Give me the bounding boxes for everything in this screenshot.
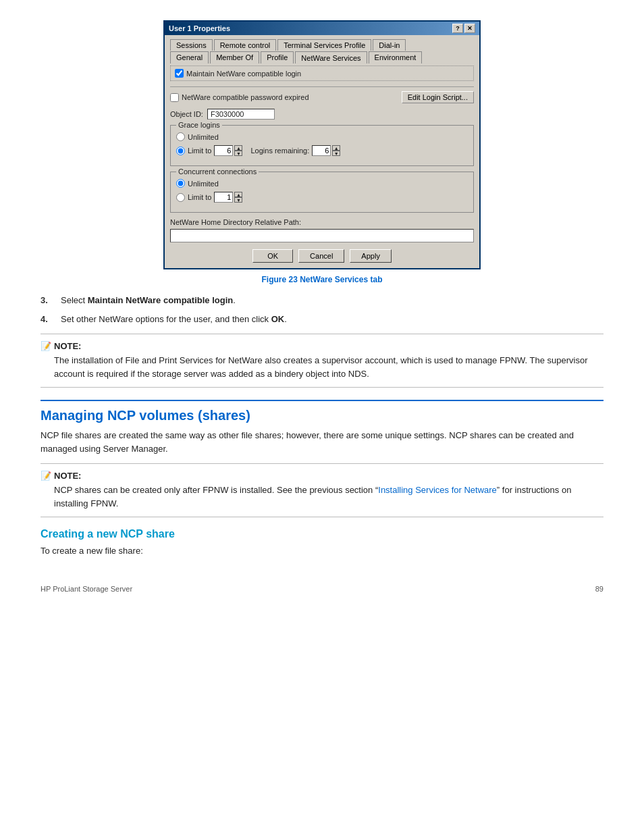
concurrent-limit-spinner: ▲ ▼ [214,192,242,203]
note-2-text: NCP shares can be created only after FPN… [41,484,603,510]
concurrent-limit-input[interactable] [214,192,233,203]
page-footer: HP ProLiant Storage Server 89 [41,585,603,593]
note-2-header: 📝 NOTE: [41,471,603,481]
tab-row-2: General Member Of Profile NetWare Servic… [170,51,474,63]
step-3-text: Select Maintain NetWare compatible login… [61,294,236,307]
grace-logins-group: Grace logins Unlimited Limit to ▲ ▼ [170,125,474,166]
logins-remaining-spinner: ▲ ▼ [312,145,340,156]
page-container: User 1 Properties ? ✕ Sessions Remote co… [0,0,644,613]
dialog-title: User 1 Properties [169,24,230,32]
concurrent-connections-title: Concurrent connections [176,167,259,176]
grace-limit-radio[interactable] [176,147,185,155]
section-heading-sub: Creating a new NCP share [41,528,603,540]
ok-button[interactable]: OK [252,249,293,263]
password-expired-label: NetWare compatible password expired [182,93,309,101]
object-id-row: Object ID: F3030000 [170,109,474,120]
tab-terminal-services-profile[interactable]: Terminal Services Profile [277,39,371,51]
tab-profile[interactable]: Profile [261,51,294,63]
dialog-buttons: OK Cancel Apply [170,249,474,263]
netware-home-dir-input[interactable] [170,229,474,242]
dialog-window: User 1 Properties ? ✕ Sessions Remote co… [163,20,481,269]
concurrent-limit-label: Limit to [188,193,211,201]
help-button[interactable]: ? [452,24,463,33]
section-main-body: NCP file shares are created the same way… [41,429,603,455]
dialog-titlebar: User 1 Properties ? ✕ [165,22,479,35]
concurrent-limit-down-arrow[interactable]: ▼ [234,197,242,203]
tabs-container: Sessions Remote control Terminal Service… [170,39,474,63]
concurrent-limit-arrows: ▲ ▼ [234,192,242,203]
logins-remaining-arrows: ▲ ▼ [332,145,340,156]
tab-netware-services[interactable]: NetWare Services [295,51,367,63]
step-3-number: 3. [41,294,61,307]
grace-limit-row: Limit to ▲ ▼ Logins remaining: [176,145,468,156]
concurrent-limit-radio[interactable] [176,193,185,202]
logins-remaining-up-arrow[interactable]: ▲ [332,145,340,151]
object-id-label: Object ID: [170,110,203,118]
concurrent-unlimited-label: Unlimited [188,180,219,188]
grace-unlimited-label: Unlimited [188,133,219,141]
step-4-number: 4. [41,313,61,326]
edit-login-script-button[interactable]: Edit Login Script... [402,91,474,103]
maintain-netware-checkbox[interactable] [175,69,184,78]
tab-member-of[interactable]: Member Of [210,51,259,63]
dialog-content: Sessions Remote control Terminal Service… [165,35,479,268]
netware-home-dir-label: NetWare Home Directory Relative Path: [170,218,474,226]
grace-limit-down-arrow[interactable]: ▼ [234,151,242,156]
note-icon-2: 📝 [41,471,51,481]
note-2-text-before: NCP shares can be created only after FPN… [54,485,378,495]
grace-limit-input[interactable] [214,145,233,156]
tab-row-1: Sessions Remote control Terminal Service… [170,39,474,50]
dialog-wrapper: User 1 Properties ? ✕ Sessions Remote co… [41,20,603,269]
step-3-bold: Maintain NetWare compatible login [88,295,233,305]
password-expired-checkbox[interactable] [170,93,179,102]
note-1-label: NOTE: [54,341,81,351]
grace-unlimited-row: Unlimited [176,132,468,141]
separator-1 [170,86,474,87]
object-id-field: F3030000 [207,109,275,120]
tab-environment[interactable]: Environment [369,51,423,63]
maintain-netware-row: Maintain NetWare compatible login [170,66,474,81]
close-button[interactable]: ✕ [464,24,475,33]
footer-brand: HP ProLiant Storage Server [41,585,132,593]
grace-limit-arrows: ▲ ▼ [234,145,242,156]
concurrent-connections-group: Concurrent connections Unlimited Limit t… [170,172,474,213]
note-icon-1: 📝 [41,341,51,351]
tab-remote-control[interactable]: Remote control [214,39,277,51]
step-4-text: Set other NetWare options for the user, … [61,313,287,326]
logins-remaining-label: Logins remaining: [250,147,309,155]
footer-page: 89 [595,585,603,593]
section-heading-main: Managing NCP volumes (shares) [41,400,603,423]
tab-sessions[interactable]: Sessions [170,39,213,51]
note-2-link[interactable]: Installing Services for Netware [378,485,497,495]
tab-general[interactable]: General [170,51,209,63]
step-4-bold: OK [271,314,285,324]
concurrent-limit-row: Limit to ▲ ▼ [176,192,468,203]
cancel-button[interactable]: Cancel [298,249,344,263]
concurrent-limit-up-arrow[interactable]: ▲ [234,192,242,197]
note-box-1: 📝 NOTE: The installation of File and Pri… [41,334,603,388]
grace-logins-title: Grace logins [176,121,222,129]
password-expired-row: NetWare compatible password expired Edit… [170,91,474,103]
grace-limit-up-arrow[interactable]: ▲ [234,145,242,151]
note-1-text: The installation of File and Print Servi… [41,354,603,380]
concurrent-unlimited-radio[interactable] [176,179,185,188]
logins-remaining-input[interactable] [312,145,331,156]
section-sub-body: To create a new file share: [41,544,603,558]
figure-caption: Figure 23 NetWare Services tab [41,275,603,284]
grace-limit-label: Limit to [188,147,211,155]
grace-limit-spinner: ▲ ▼ [214,145,242,156]
note-2-label: NOTE: [54,471,81,481]
step-4: 4. Set other NetWare options for the use… [41,313,603,326]
concurrent-unlimited-row: Unlimited [176,179,468,188]
note-1-header: 📝 NOTE: [41,341,603,351]
netware-home-dir-section: NetWare Home Directory Relative Path: [170,218,474,242]
grace-unlimited-radio[interactable] [176,132,185,141]
maintain-netware-label: Maintain NetWare compatible login [186,70,301,78]
logins-remaining-down-arrow[interactable]: ▼ [332,151,340,156]
tab-dial-in[interactable]: Dial-in [373,39,406,51]
note-box-2: 📝 NOTE: NCP shares can be created only a… [41,463,603,517]
titlebar-buttons: ? ✕ [452,24,475,33]
step-3: 3. Select Maintain NetWare compatible lo… [41,294,603,307]
apply-button[interactable]: Apply [350,249,392,263]
